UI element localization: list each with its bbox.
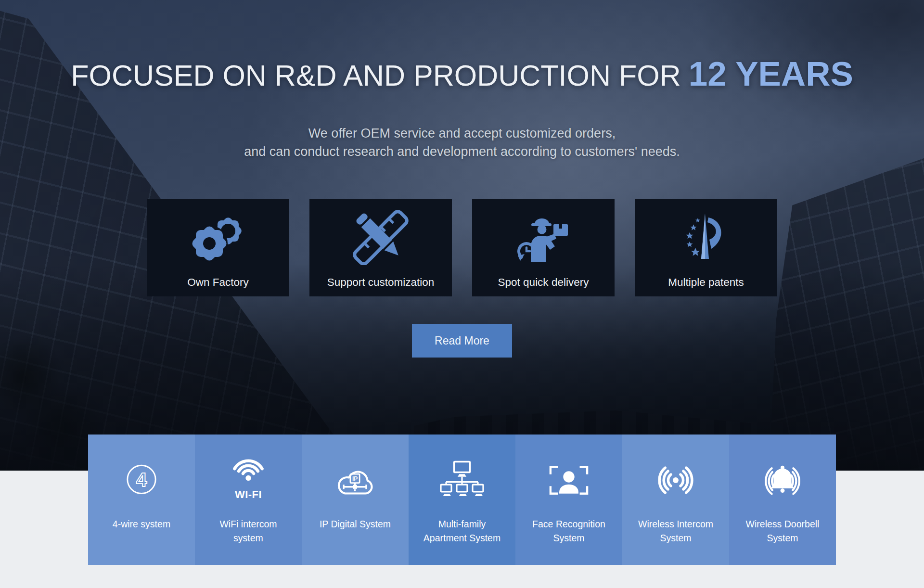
ip-cloud-icon: IP — [302, 455, 409, 506]
category-tile-label: IP Digital System — [302, 517, 409, 531]
category-tile-label: WiFi intercom system — [195, 517, 302, 545]
category-tile-label: Wireless Intercom System — [622, 517, 729, 545]
category-tile-face-recognition-system[interactable]: Face Recognition System — [515, 435, 622, 565]
feature-card-spot-quick-delivery: Spot quick delivery — [472, 199, 615, 296]
feature-card-label: Spot quick delivery — [472, 276, 615, 289]
signal-waves-icon — [622, 455, 729, 506]
bell-waves-icon — [729, 455, 836, 506]
feature-card-own-factory: Own Factory — [147, 199, 289, 296]
delivery-person-icon — [472, 209, 615, 266]
feature-cards-row: Own Factory — [147, 199, 777, 296]
landing-page: FOCUSED ON R&D AND PRODUCTION FOR12 YEAR… — [0, 0, 924, 588]
category-tile-wifi-intercom-system[interactable]: WI-FI WiFi intercom system — [195, 435, 302, 565]
hero-title-main: FOCUSED ON R&D AND PRODUCTION FOR — [71, 59, 681, 92]
category-tile-ip-digital-system[interactable]: IP IP Digital System — [302, 435, 409, 565]
category-tile-label: Wireless Doorbell System — [729, 517, 836, 545]
category-tiles-row: 4 4-wire system WI-FI WiFi intercom syst… — [88, 435, 836, 565]
patent-monument-icon — [635, 209, 777, 266]
category-tile-label: Face Recognition System — [515, 517, 622, 545]
feature-card-label: Multiple patents — [635, 276, 777, 289]
category-tile-4-wire-system[interactable]: 4 4-wire system — [88, 435, 195, 565]
hero-subtitle: We offer OEM service and accept customiz… — [0, 124, 924, 161]
category-tile-label: 4-wire system — [88, 517, 195, 531]
ip-box-text: IP — [352, 475, 358, 482]
feature-card-support-customization: Support customization — [309, 199, 452, 296]
circled-4-icon: 4 — [88, 455, 195, 506]
gears-icon — [147, 209, 289, 266]
hero-section: FOCUSED ON R&D AND PRODUCTION FOR12 YEAR… — [0, 0, 924, 471]
hero-title-highlight: 12 YEARS — [689, 55, 853, 93]
wifi-label-text: WI-FI — [235, 488, 262, 500]
category-tile-wireless-intercom-system[interactable]: Wireless Intercom System — [622, 435, 729, 565]
category-tile-multi-family-apartment-system[interactable]: Multi-family Apartment System — [409, 435, 515, 565]
feature-card-label: Own Factory — [147, 276, 289, 289]
circled-4-digit: 4 — [136, 469, 147, 490]
network-monitors-icon — [409, 455, 515, 506]
face-scan-icon — [515, 455, 622, 506]
hero-title: FOCUSED ON R&D AND PRODUCTION FOR12 YEAR… — [0, 56, 924, 94]
hero-subtitle-line1: We offer OEM service and accept customiz… — [308, 126, 616, 141]
category-tile-wireless-doorbell-system[interactable]: Wireless Doorbell System — [729, 435, 836, 565]
wifi-icon: WI-FI — [195, 455, 302, 506]
hero-subtitle-line2: and can conduct research and development… — [244, 144, 680, 159]
read-more-button[interactable]: Read More — [412, 324, 512, 358]
feature-card-multiple-patents: Multiple patents — [635, 199, 777, 296]
category-tile-label: Multi-family Apartment System — [409, 517, 515, 545]
pencil-ruler-icon — [309, 209, 452, 266]
feature-card-label: Support customization — [309, 276, 452, 289]
